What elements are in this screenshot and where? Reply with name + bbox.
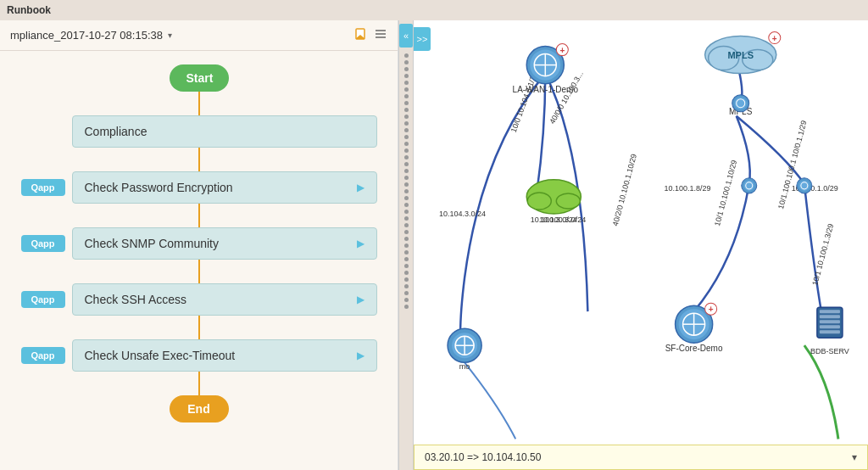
dot: [404, 176, 409, 180]
dot: [404, 257, 409, 261]
svg-point-41: [556, 193, 580, 209]
dot: [404, 67, 409, 71]
qapp-badge-3: Qapp: [21, 291, 65, 308]
dot: [404, 305, 409, 309]
dot: [404, 250, 409, 255]
bottom-bar-text: 03.20.10 => 10.104.10.50: [425, 451, 541, 463]
svg-text:10.100.1.8/29: 10.100.1.8/29: [665, 184, 711, 193]
dot: [404, 101, 409, 105]
end-node: End: [170, 395, 229, 422]
dot: [404, 115, 409, 119]
dot: [404, 142, 409, 146]
menu-icon[interactable]: [374, 27, 387, 43]
bottom-bar: 03.20.10 => 10.104.10.50 ▾: [414, 445, 868, 470]
top-bar: Runbook: [0, 0, 868, 20]
step-label-2: Check SNMP Community: [85, 237, 219, 250]
svg-text:MPLS: MPLS: [727, 50, 754, 60]
divider-strip: «: [398, 20, 414, 470]
svg-rect-53: [820, 315, 840, 318]
connector-line-5: [198, 316, 200, 339]
step-label-4: Check Unsafe Exec-Timeout: [85, 349, 236, 362]
svg-text:SF-Core-Demo: SF-Core-Demo: [665, 344, 723, 353]
runbook-content: Start Compliance Qapp Check Password Enc…: [0, 51, 398, 470]
svg-text:10.100.3.0/24: 10.100.3.0/24: [531, 215, 577, 224]
dot: [404, 87, 409, 92]
svg-rect-54: [820, 320, 840, 323]
dot: [404, 148, 409, 153]
qapp-badge-2: Qapp: [21, 235, 65, 252]
dot: [404, 291, 409, 295]
qapp-badge-4: Qapp: [21, 347, 65, 364]
step-box-2[interactable]: Check SNMP Community ▶: [72, 227, 377, 260]
step-arrow-4: ▶: [357, 350, 364, 361]
dot: [404, 81, 409, 85]
compliance-row: Compliance: [21, 115, 377, 148]
dot: [404, 223, 409, 227]
step-row-2: Qapp Check SNMP Community ▶: [21, 227, 377, 260]
dot: [404, 189, 409, 193]
svg-text:+: +: [709, 305, 714, 314]
expand-button[interactable]: >>: [414, 27, 431, 51]
dot: [404, 108, 409, 112]
step-arrow-2: ▶: [357, 238, 364, 249]
connector-line-6: [198, 372, 200, 395]
qapp-label-1: Qapp: [31, 182, 54, 193]
connector-line-3: [198, 204, 200, 227]
runbook-panel: mpliance_2017-10-27 08:15:38 ▾: [0, 20, 398, 470]
qapp-label-4: Qapp: [31, 350, 54, 361]
network-panel: >> 10/0 10.104.3.1/: [414, 20, 868, 470]
dot: [404, 237, 409, 241]
start-node: Start: [170, 64, 229, 92]
dot: [404, 74, 409, 78]
dot: [404, 216, 409, 221]
dot: [404, 243, 409, 248]
svg-rect-4: [414, 23, 868, 443]
dot: [404, 196, 409, 200]
step-box-4[interactable]: Check Unsafe Exec-Timeout ▶: [72, 339, 377, 372]
dot: [404, 155, 409, 159]
step-arrow-3: ▶: [357, 294, 364, 305]
chevron-down-icon[interactable]: ▾: [168, 31, 172, 40]
step-row-3: Qapp Check SSH Access ▶: [21, 283, 377, 316]
connector-line-1: [198, 92, 200, 115]
dot: [404, 203, 409, 207]
step-label-3: Check SSH Access: [85, 293, 187, 306]
qapp-label-2: Qapp: [31, 238, 54, 249]
svg-rect-56: [820, 330, 840, 333]
dot: [404, 94, 409, 98]
app-title: Runbook: [7, 4, 51, 16]
dot: [404, 162, 409, 166]
svg-rect-55: [820, 325, 840, 328]
qapp-label-3: Qapp: [31, 294, 54, 305]
dot: [404, 271, 409, 275]
step-arrow-1: ▶: [357, 182, 364, 193]
dot: [404, 169, 409, 173]
qapp-badge-1: Qapp: [21, 179, 65, 196]
compliance-box: Compliance: [72, 115, 377, 148]
dot: [404, 60, 409, 64]
dot: [404, 128, 409, 132]
dot: [404, 210, 409, 214]
svg-text:+: +: [559, 46, 565, 55]
svg-text:+: +: [772, 34, 777, 43]
collapse-button[interactable]: «: [399, 24, 413, 48]
svg-point-40: [527, 193, 551, 210]
compliance-label: Compliance: [85, 125, 147, 138]
step-row-4: Qapp Check Unsafe Exec-Timeout ▶: [21, 339, 377, 372]
dot: [404, 182, 409, 187]
step-box-1[interactable]: Check Password Encryption ▶: [72, 171, 377, 204]
dot: [404, 53, 409, 58]
svg-text:BDB-SERV: BDB-SERV: [810, 347, 849, 355]
main-container: mpliance_2017-10-27 08:15:38 ▾: [0, 20, 868, 470]
step-box-3[interactable]: Check SSH Access ▶: [72, 283, 377, 316]
dot: [404, 298, 409, 302]
runbook-header: mpliance_2017-10-27 08:15:38 ▾: [0, 20, 398, 51]
svg-text:LA-WAN-1-Demo: LA-WAN-1-Demo: [513, 85, 579, 94]
runbook-title-area: mpliance_2017-10-27 08:15:38 ▾: [10, 29, 172, 42]
bottom-bar-chevron-icon[interactable]: ▾: [852, 451, 857, 463]
bookmark-icon[interactable]: [353, 27, 367, 43]
step-row-1: Qapp Check Password Encryption ▶: [21, 171, 377, 204]
network-diagram: 10/0 10.104.3.1/24 40/0/0 10.100.3... 40…: [414, 20, 868, 470]
svg-rect-52: [820, 310, 840, 313]
dot: [404, 284, 409, 288]
